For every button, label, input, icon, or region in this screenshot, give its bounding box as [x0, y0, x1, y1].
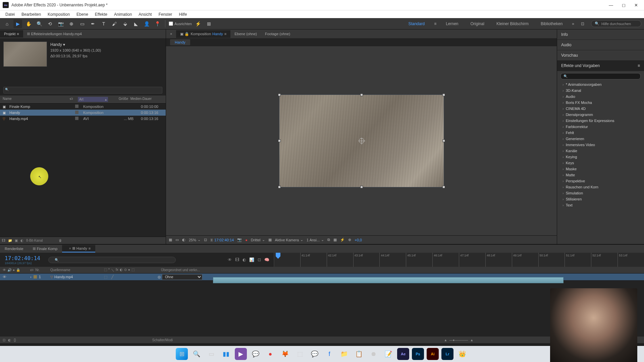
menu-animation[interactable]: Animation [111, 12, 135, 17]
help-search[interactable]: 🔍 Hilfe durchsuchen [591, 20, 641, 27]
start-button[interactable]: ⊞ [176, 348, 188, 360]
orbit-tool-icon[interactable]: ⟲ [46, 19, 54, 28]
close-button[interactable]: ✕ [634, 3, 638, 8]
project-row-finale-komp[interactable]: ▣ Finale Komp Komposition 0:00:10:00 [0, 104, 166, 110]
folder-icon[interactable]: 📁 [8, 239, 12, 242]
fx-generieren[interactable]: Generieren [557, 136, 644, 142]
fx-rauschen[interactable]: Rauschen und Korn [557, 184, 644, 190]
effects-search[interactable]: 🔍 [560, 73, 641, 79]
taskbar-facebook-icon[interactable]: f [323, 348, 335, 360]
camera-dropdown[interactable]: Aktive Kamera ⌄ [275, 238, 304, 242]
layer-color-icon[interactable] [34, 275, 37, 279]
layer-name[interactable]: Handy.mp4 [54, 275, 73, 279]
brush-tool-icon[interactable]: 🖌 [110, 19, 119, 28]
views-dropdown[interactable]: 1 Ansi... ⌄ [307, 238, 324, 242]
roto-tool-icon[interactable]: 👤 [142, 19, 151, 28]
timeline-tab-renderliste[interactable]: Renderliste [0, 245, 28, 252]
panel-effekte-vorgaben[interactable]: Effekte und Vorgaben≡ [557, 61, 644, 71]
selection-tool-icon[interactable]: ▶ [13, 19, 22, 28]
handle-tl[interactable] [278, 94, 281, 96]
text-tool-icon[interactable]: T [99, 19, 108, 28]
fx-fehlt[interactable]: Fehlt [557, 130, 644, 136]
workspace-lernen[interactable]: Lernen [443, 20, 461, 27]
taskbar-app-6[interactable]: 👑 [456, 348, 468, 360]
taskbar-taskview-icon[interactable]: ▭ [205, 348, 217, 360]
panel-vorschau[interactable]: Vorschau [557, 50, 644, 61]
shape-tool-icon[interactable]: ▭ [78, 19, 87, 28]
timeline-tab-finale-komp[interactable]: Finale Komp [28, 245, 62, 252]
timeline-search[interactable]: 🔍 [48, 257, 176, 263]
menu-datei[interactable]: Datei [2, 12, 18, 17]
fx-dienstprogramm[interactable]: Dienstprogramm [557, 112, 644, 118]
handle-tc[interactable] [360, 94, 363, 96]
grid-icon[interactable]: ⊞ [205, 19, 213, 28]
snap-icon[interactable]: ⚡ [194, 19, 203, 28]
resolution-icon[interactable]: ⊡ [204, 238, 207, 242]
taskbar-illustrator-icon[interactable]: Ai [427, 348, 439, 360]
shy-icon[interactable]: 👁 [228, 257, 232, 262]
new-comp-icon[interactable]: ▣ [15, 239, 18, 242]
taskbar-aftereffects-icon[interactable]: Ae [397, 348, 409, 360]
handle-br[interactable] [442, 186, 445, 188]
menu-ansicht[interactable]: Ansicht [135, 12, 155, 17]
snapshot-icon[interactable]: 📷 [237, 238, 242, 242]
composition-canvas[interactable] [166, 46, 557, 235]
anchor-point-icon[interactable] [359, 138, 364, 143]
taskbar-messenger-icon[interactable]: 💬 [309, 348, 321, 360]
draft3d-icon[interactable]: ⊡ [258, 257, 261, 262]
bit-depth-label[interactable]: 8-Bit-Kanal [26, 239, 43, 242]
taskbar-obs-icon[interactable]: ⏺ [368, 348, 380, 360]
transparent-icon[interactable]: ▦ [268, 238, 272, 242]
quality-dropdown[interactable]: Drittel ⌄ [251, 238, 265, 242]
panel-audio[interactable]: Audio [557, 40, 644, 50]
fx-matte[interactable]: Matte [557, 172, 644, 178]
trash-icon[interactable]: 🗑 [59, 239, 62, 242]
taskbar-search-icon[interactable]: 🔍 [191, 348, 203, 360]
current-time-icon[interactable]: ⧖ 17:02:40:14 [210, 238, 234, 242]
pen-tool-icon[interactable]: ✒ [89, 19, 97, 28]
project-row-handy[interactable]: ▣ Handy Komposition 0:00:13:16 [0, 110, 166, 116]
fx-perspektive[interactable]: Perspektive [557, 178, 644, 184]
fx-boris[interactable]: Boris FX Mocha [557, 100, 644, 106]
taskbar-lightroom-icon[interactable]: Lr [441, 348, 453, 360]
fx-immersives[interactable]: Immersives Video [557, 142, 644, 148]
workspace-overflow-icon[interactable]: » [572, 21, 574, 26]
adjustment-icon[interactable]: ◐ [20, 239, 23, 242]
toggle-switches-icon[interactable]: ⊡ [3, 338, 5, 342]
pickwhip-icon[interactable]: ◎ [158, 275, 161, 279]
workspace-standard[interactable]: Standard [406, 20, 427, 27]
eye-icon[interactable]: 👁 [3, 275, 6, 279]
fx-stilisieren[interactable]: Stilisieren [557, 196, 644, 202]
toggle-modes-icon[interactable]: ◐ [8, 338, 11, 342]
guides-icon[interactable]: ▭ [175, 238, 179, 242]
timeline-current-time[interactable]: 17:02:40:14 [0, 255, 45, 261]
quality-icon[interactable]: ⬚ [104, 275, 107, 279]
project-list[interactable]: ▣ Finale Komp Komposition 0:00:10:00 ▣ H… [0, 104, 166, 237]
viewer-tab-footage[interactable]: Footage (ohne) [261, 30, 294, 38]
viewer-tab-komposition[interactable]: ▣ 🔒Komposition Handy ≡ [176, 30, 230, 38]
interpret-icon[interactable]: 🎞 [2, 239, 5, 242]
timeline-tab-handy[interactable]: ×Handy ≡ [62, 245, 95, 252]
align-checkbox[interactable]: Ausrichten [169, 21, 192, 26]
fx-keys[interactable]: Keys [557, 160, 644, 166]
viewer-tab-ebene[interactable]: Ebene (ohne) [230, 30, 261, 38]
grid-toggle-icon[interactable]: ▦ [169, 238, 172, 242]
taskbar-app-5[interactable]: 📝 [382, 348, 394, 360]
mask-icon[interactable]: ◐ [182, 238, 185, 242]
menu-fenster[interactable]: Fenster [155, 12, 176, 17]
fx-keying[interactable]: Keying [557, 154, 644, 160]
comp-frame[interactable] [279, 95, 444, 187]
fx-3d-kanal[interactable]: 3D-Kanal [557, 87, 644, 94]
taskbar-folder-icon[interactable]: 📁 [338, 348, 350, 360]
puppet-tool-icon[interactable]: 📍 [153, 19, 162, 28]
fast-preview-icon[interactable]: ⚡ [340, 238, 345, 242]
menu-bearbeiten[interactable]: Bearbeiten [18, 12, 44, 17]
fx-animationsvorgaben[interactable]: * Animationsvorgaben [557, 81, 644, 87]
fx-cinema4d[interactable]: CINEMA 4D [557, 106, 644, 112]
fx-maske[interactable]: Maske [557, 166, 644, 172]
workspace-bibliotheken[interactable]: Bibliotheken [538, 20, 565, 27]
timeline-icon[interactable]: ⊕ [348, 238, 351, 242]
clone-tool-icon[interactable]: ⬙ [121, 19, 129, 28]
zoom-tool-icon[interactable]: 🔍 [35, 19, 44, 28]
motion-blur-icon[interactable]: ◐ [243, 257, 246, 262]
